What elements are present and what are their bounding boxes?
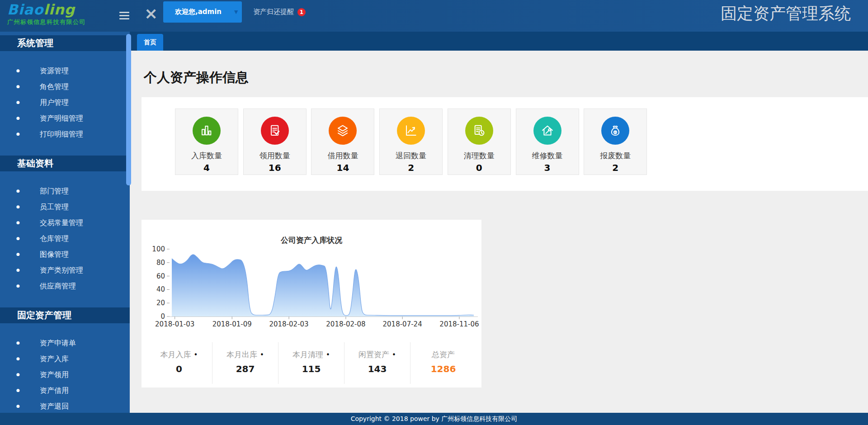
summary-value: 1286: [410, 364, 476, 374]
stat-card-home-wrench: 维修数量3: [516, 109, 579, 175]
svg-text:2018-07-24: 2018-07-24: [383, 320, 422, 328]
stat-card-value: 3: [516, 162, 579, 173]
svg-text:2018-11-06: 2018-11-06: [439, 320, 479, 328]
reminder-label: 资产归还提醒: [253, 8, 294, 16]
svg-text:2018-01-09: 2018-01-09: [212, 320, 252, 328]
stat-card-money-bag: 报废数量2: [584, 109, 647, 175]
sidebar-item-warehouse-mgmt[interactable]: 仓库管理: [0, 231, 130, 246]
summary-label: 闲置资产: [344, 349, 410, 360]
sidebar-item-supplier-mgmt[interactable]: 供应商管理: [0, 278, 130, 294]
stat-card-value: 2: [584, 162, 646, 173]
stat-card-label: 借用数量: [311, 151, 374, 161]
sidebar-item-employee-mgmt[interactable]: 员工管理: [0, 199, 130, 215]
sidebar-scrollbar[interactable]: [126, 34, 131, 185]
summary-cell: 本月出库287: [212, 342, 278, 384]
summary-label: 本月出库: [212, 349, 278, 360]
sidebar-item-asset-return[interactable]: 资产退回: [0, 398, 130, 414]
page-title: 个人资产操作信息: [144, 69, 249, 87]
stat-card-label: 维修数量: [516, 151, 579, 161]
stat-card-layers: 借用数量14: [311, 109, 374, 175]
sidebar-section-title-basic-data[interactable]: 基础资料: [0, 156, 130, 171]
bar-chart-icon: [193, 117, 221, 145]
stat-card-label: 退回数量: [380, 151, 442, 161]
stat-card-label: 清理数量: [448, 151, 510, 161]
sidebar-item-asset-application[interactable]: 资产申请单: [0, 335, 130, 351]
sidebar-item-asset-requisition[interactable]: 资产领用: [0, 367, 130, 382]
sidebar-item-asset-inbound[interactable]: 资产入库: [0, 351, 130, 367]
chart-title: 公司资产入库状况: [142, 220, 481, 246]
stat-card-document-clock: 清理数量0: [448, 109, 511, 175]
logo-subtitle: 广州标领信息科技有限公司: [7, 18, 120, 26]
summary-cell: 本月入库0: [146, 342, 212, 384]
company-logo: Biaoling 广州标领信息科技有限公司: [7, 2, 120, 26]
document-check-icon: [261, 117, 289, 145]
sidebar-item-transaction-constant-mgmt[interactable]: 交易常量管理: [0, 215, 130, 231]
summary-row: 本月入库0本月出库287本月清理115闲置资产143总资产1286: [142, 342, 481, 384]
document-clock-icon: [465, 117, 493, 145]
close-icon[interactable]: ×: [143, 4, 159, 24]
line-chart-icon: [397, 117, 425, 145]
reminder-count-badge: 1: [297, 8, 306, 16]
stat-card-label: 报废数量: [584, 151, 646, 161]
stat-card-line-chart: 退回数量2: [379, 109, 443, 175]
sidebar-item-asset-category-mgmt[interactable]: 资产类别管理: [0, 262, 130, 278]
tab-home[interactable]: 首页: [137, 34, 163, 51]
chart-panel: 公司资产入库状况 0204060801002018-01-032018-01-0…: [142, 220, 481, 387]
home-wrench-icon: [533, 117, 561, 145]
summary-cell: 闲置资产143: [344, 342, 410, 384]
sidebar-item-department-mgmt[interactable]: 部门管理: [0, 183, 130, 199]
layers-icon: [329, 117, 357, 145]
sidebar-item-image-mgmt[interactable]: 图像管理: [0, 246, 130, 262]
sidebar-section-title-system[interactable]: 系统管理: [0, 35, 130, 51]
svg-text:2018-02-08: 2018-02-08: [326, 320, 365, 328]
copyright-text: Copyright © 2018 power by 广州标领信息科技有限公司: [351, 415, 518, 422]
svg-text:80: 80: [156, 259, 165, 267]
summary-value: 287: [212, 364, 278, 374]
stat-card-document-check: 领用数量16: [243, 109, 307, 175]
sidebar-section-title-fixed-assets[interactable]: 固定资产管理: [0, 307, 130, 323]
stat-card-value: 0: [448, 162, 510, 173]
svg-text:0: 0: [160, 312, 165, 321]
svg-text:20: 20: [156, 299, 165, 307]
svg-text:40: 40: [156, 285, 165, 293]
stat-card-bar-chart: 入库数量4: [175, 109, 238, 175]
menu-toggle-icon[interactable]: [119, 10, 132, 21]
footer: Copyright © 2018 power by 广州标领信息科技有限公司: [0, 413, 868, 425]
asset-return-reminder[interactable]: 资产归还提醒 1: [253, 0, 306, 24]
sidebar-item-print-detail-mgmt[interactable]: 打印明细管理: [0, 126, 130, 142]
summary-label: 本月清理: [278, 349, 344, 360]
summary-value: 115: [278, 364, 344, 374]
svg-text:100: 100: [152, 245, 165, 253]
chevron-down-icon: ▼: [234, 9, 238, 15]
svg-text:60: 60: [156, 272, 165, 280]
sidebar-section-basic-data: 基础资料 部门管理 员工管理 交易常量管理 仓库管理 图像管理 资产类别管理 供…: [0, 156, 130, 294]
logo-text-secondary: ling: [43, 1, 75, 18]
logo-title: Biaoling: [7, 2, 120, 17]
stat-card-value: 2: [380, 162, 442, 173]
summary-value: 143: [344, 364, 410, 374]
summary-label: 本月入库: [146, 349, 212, 360]
welcome-text: 欢迎您,admin: [175, 8, 222, 16]
sidebar-item-asset-borrow[interactable]: 资产借用: [0, 382, 130, 398]
summary-label: 总资产: [410, 349, 476, 360]
svg-text:2018-01-03: 2018-01-03: [155, 320, 194, 328]
stat-card-value: 4: [175, 162, 238, 173]
stat-card-label: 入库数量: [175, 151, 238, 161]
sidebar-section-fixed-assets: 固定资产管理 资产申请单 资产入库 资产领用 资产借用 资产退回: [0, 307, 130, 414]
stat-card-value: 16: [244, 162, 306, 173]
logo-text-primary: Biao: [7, 1, 43, 18]
summary-cell: 总资产1286: [410, 342, 476, 384]
area-chart: 0204060801002018-01-032018-01-092018-02-…: [142, 242, 481, 338]
main-content: 个人资产操作信息 入库数量4领用数量16借用数量14退回数量2清理数量0维修数量…: [130, 51, 868, 413]
sidebar-item-user-mgmt[interactable]: 用户管理: [0, 94, 130, 110]
sidebar-item-asset-detail-mgmt[interactable]: 资产明细管理: [0, 110, 130, 126]
stat-cards-panel: 入库数量4领用数量16借用数量14退回数量2清理数量0维修数量3报废数量2: [142, 97, 868, 191]
sidebar-item-resource-mgmt[interactable]: 资源管理: [0, 63, 130, 79]
app-header: Biaoling 广州标领信息科技有限公司 × 欢迎您,admin ▼ 资产归还…: [0, 0, 868, 32]
user-menu-button[interactable]: 欢迎您,admin ▼: [163, 1, 242, 23]
money-bag-icon: [601, 117, 629, 145]
sidebar-item-role-mgmt[interactable]: 角色管理: [0, 79, 130, 94]
stat-card-label: 领用数量: [244, 151, 306, 161]
summary-cell: 本月清理115: [278, 342, 344, 384]
svg-text:2018-02-03: 2018-02-03: [269, 320, 308, 328]
